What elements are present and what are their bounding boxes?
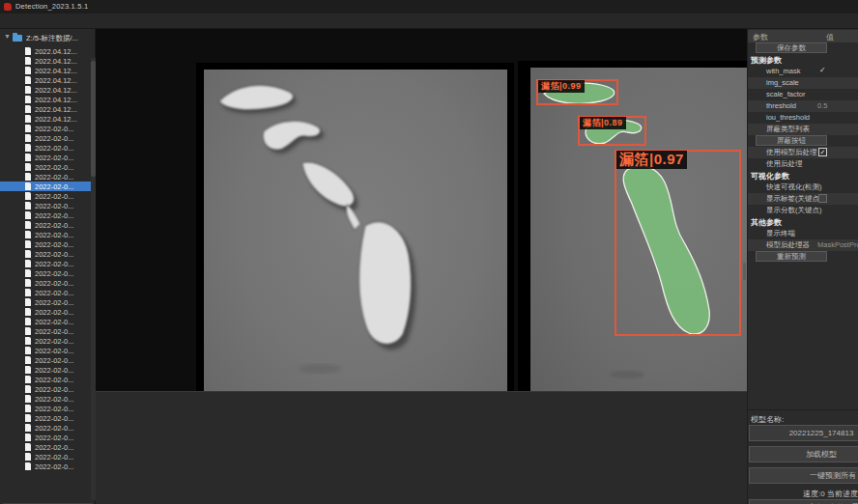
- tree-item-label: 2022-02-0...: [35, 356, 73, 365]
- tree-item[interactable]: 2022-02-0...: [0, 297, 96, 307]
- file-icon: [25, 356, 31, 364]
- tree-item[interactable]: 2022-02-0...: [0, 239, 96, 249]
- checkbox-unchecked[interactable]: [818, 194, 827, 203]
- tree-item[interactable]: 2022-02-0...: [0, 452, 96, 462]
- tree-item-label: 2022-02-0...: [35, 154, 73, 162]
- tree-item[interactable]: 2022-02-0...: [0, 375, 96, 384]
- file-icon: [25, 144, 31, 152]
- param-section-header: 其他参数: [751, 217, 782, 228]
- tree-item[interactable]: 2022-02-0...: [0, 326, 96, 336]
- tree-item-label: 2022-02-0...: [35, 337, 73, 346]
- tree-item[interactable]: 2022-02-0...: [0, 124, 96, 133]
- file-icon: [25, 47, 31, 55]
- file-tree[interactable]: ▼ Z:/5-标注数据/... 2022.04.12...2022.04.12.…: [0, 29, 96, 471]
- postprocess-params-button[interactable]: 后处理参数设置: [749, 499, 858, 504]
- original-image[interactable]: [204, 70, 507, 411]
- tree-item[interactable]: 2022-02-0...: [0, 182, 96, 191]
- file-icon: [25, 443, 31, 451]
- param-row: with_mask✓: [748, 66, 858, 77]
- tree-item-label: 2022-02-0...: [35, 327, 73, 336]
- tree-item[interactable]: 2022-02-0...: [0, 268, 96, 278]
- tree-item-label: 2022-02-0...: [35, 125, 73, 133]
- tree-item[interactable]: 2022-02-0...: [0, 191, 96, 201]
- tree-item[interactable]: 2022.04.12...: [0, 114, 96, 124]
- tree-item-label: 2022.04.12...: [35, 86, 77, 95]
- file-icon: [25, 202, 31, 210]
- tree-root-item[interactable]: ▼ Z:/5-标注数据/...: [0, 33, 96, 43]
- tree-item[interactable]: 2022-02-0...: [0, 394, 96, 404]
- tree-item[interactable]: 2022-02-0...: [0, 153, 96, 162]
- tree-item[interactable]: 2022-02-0...: [0, 172, 96, 182]
- tree-item[interactable]: 2022.04.12...: [0, 75, 96, 85]
- file-icon: [25, 308, 31, 316]
- tree-item[interactable]: 2022-02-0...: [0, 404, 96, 413]
- tree-item[interactable]: 2022-02-0...: [0, 278, 96, 288]
- tree-item[interactable]: 2022-02-0...: [0, 133, 96, 143]
- tree-item[interactable]: 2022-02-0...: [0, 433, 96, 442]
- param-row: 屏蔽按钮: [748, 135, 858, 147]
- model-name-value[interactable]: 20221225_174813: [749, 425, 858, 441]
- file-icon: [25, 96, 31, 103]
- log-area: 日志: 2023-01-11 16:16:14,435 |INFO| - Res…: [96, 391, 747, 504]
- tree-item[interactable]: 2022-02-0...: [0, 201, 96, 210]
- tree-item[interactable]: 2022.04.12...: [0, 56, 96, 66]
- tree-item[interactable]: 2022-02-0...: [0, 210, 96, 220]
- file-icon: [25, 211, 31, 219]
- file-icon: [25, 154, 31, 161]
- checkbox-checked[interactable]: ✓: [818, 148, 827, 156]
- tree-item[interactable]: 2022-02-0...: [0, 384, 96, 394]
- title-bar: Detection_2023.1.5.1: [0, 0, 858, 14]
- file-icon: [25, 376, 31, 383]
- tree-item-list: 2022.04.12...2022.04.12...2022.04.12...2…: [0, 46, 96, 471]
- tree-item[interactable]: 2022-02-0...: [0, 259, 96, 268]
- tree-item[interactable]: 2022.04.12...: [0, 85, 96, 95]
- file-icon: [25, 260, 31, 267]
- tree-item[interactable]: 2022.04.12...: [0, 46, 96, 56]
- tree-item[interactable]: 2022-02-0...: [0, 143, 96, 153]
- tree-item[interactable]: 2022-02-0...: [0, 355, 96, 365]
- tree-item[interactable]: 2022-02-0...: [0, 307, 96, 317]
- tree-item[interactable]: 2022-02-0...: [0, 346, 96, 355]
- tree-item[interactable]: 2022-02-0...: [0, 220, 96, 230]
- tree-item[interactable]: 2022-02-0...: [0, 336, 96, 346]
- tree-item[interactable]: 2022-02-0...: [0, 442, 96, 452]
- param-section-header: 可视化参数: [751, 171, 789, 182]
- tree-item-label: 2022-02-0...: [35, 462, 73, 471]
- param-row: 预测参数: [748, 54, 858, 66]
- tree-item-label: 2022-02-0...: [35, 182, 73, 191]
- param-button[interactable]: 保存参数: [756, 42, 827, 53]
- detection-label: 漏箔|0.97: [616, 151, 687, 169]
- tree-item[interactable]: 2022-02-0...: [0, 249, 96, 259]
- tree-item-label: 2022-02-0...: [35, 202, 73, 210]
- param-button[interactable]: 重新预测: [756, 251, 827, 262]
- caret-down-icon[interactable]: ▼: [4, 33, 11, 40]
- tree-item-label: 2022-02-0...: [35, 173, 73, 182]
- tree-item-label: 2022-02-0...: [35, 405, 73, 413]
- tree-item-label: 2022-02-0...: [35, 376, 73, 384]
- tree-item-label: 2022-02-0...: [35, 453, 73, 462]
- tree-item[interactable]: 2022.04.12...: [0, 104, 96, 114]
- tree-item[interactable]: 2022-02-0...: [0, 365, 96, 375]
- tree-item[interactable]: 2022.04.12...: [0, 66, 96, 75]
- param-label: scale_factor: [766, 90, 805, 98]
- params-table-rows: 保存参数预测参数with_mask✓img_scalescale_factort…: [748, 42, 858, 263]
- file-icon: [25, 395, 31, 403]
- tree-item[interactable]: 2022-02-0...: [0, 288, 96, 297]
- param-button[interactable]: 屏蔽按钮: [756, 135, 827, 146]
- file-icon: [25, 289, 31, 296]
- tree-item[interactable]: 2022.04.12...: [0, 95, 96, 104]
- divider: [747, 409, 858, 410]
- checkmark-icon[interactable]: ✓: [819, 66, 826, 74]
- panel-splitter-grip[interactable]: [743, 263, 746, 280]
- param-label: 模型后处理器: [766, 240, 810, 250]
- param-section-header: 预测参数: [751, 55, 782, 66]
- predict-all-button[interactable]: 一键预测所有: [749, 467, 858, 484]
- tree-item[interactable]: 2022-02-0...: [0, 423, 96, 433]
- tree-item[interactable]: 2022-02-0...: [0, 317, 96, 326]
- tree-item[interactable]: 2022-02-0...: [0, 230, 96, 239]
- tree-item[interactable]: 2022-02-0...: [0, 413, 96, 423]
- tree-item[interactable]: 2022-02-0...: [0, 462, 96, 471]
- load-model-button[interactable]: 加载模型: [749, 446, 858, 462]
- param-label: threshold: [766, 101, 796, 110]
- tree-item[interactable]: 2022-02-0...: [0, 162, 96, 172]
